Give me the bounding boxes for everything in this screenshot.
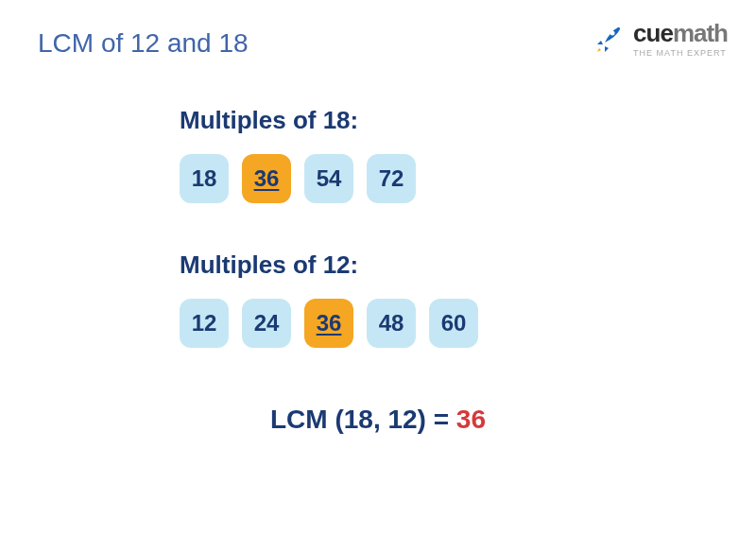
multiple-12-tile-48: 48: [367, 299, 416, 348]
logo-part-cue: cue: [633, 19, 673, 47]
multiples-of-12-label: Multiples of 12:: [180, 250, 718, 280]
multiples-of-18-section: Multiples of 18: 18365472: [180, 106, 718, 203]
multiple-18-tile-36: 36: [242, 154, 291, 203]
multiple-12-tile-60: 60: [429, 299, 478, 348]
multiples-of-18-tiles: 18365472: [180, 154, 718, 203]
rocket-icon: [592, 22, 626, 56]
multiples-of-12-section: Multiples of 12: 1224364860: [180, 250, 718, 348]
multiple-18-tile-54: 54: [304, 154, 353, 203]
multiple-18-tile-72: 72: [367, 154, 416, 203]
multiple-18-tile-18: 18: [180, 154, 229, 203]
multiples-of-18-label: Multiples of 18:: [180, 106, 718, 135]
lcm-result-value: 36: [456, 405, 486, 434]
logo-tagline: THE MATH EXPERT: [633, 48, 728, 58]
multiple-12-tile-24: 24: [242, 299, 291, 348]
multiple-12-tile-12: 12: [180, 299, 229, 348]
multiple-12-tile-36: 36: [304, 299, 353, 348]
brand-logo: cuemath THE MATH EXPERT: [592, 19, 728, 58]
lcm-result: LCM (18, 12) = 36: [38, 405, 718, 435]
multiples-of-12-tiles: 1224364860: [180, 299, 718, 348]
logo-wordmark: cuemath: [633, 19, 728, 48]
svg-point-0: [610, 30, 615, 35]
lcm-result-label: LCM (18, 12) =: [270, 405, 456, 434]
logo-part-math: math: [673, 19, 728, 47]
